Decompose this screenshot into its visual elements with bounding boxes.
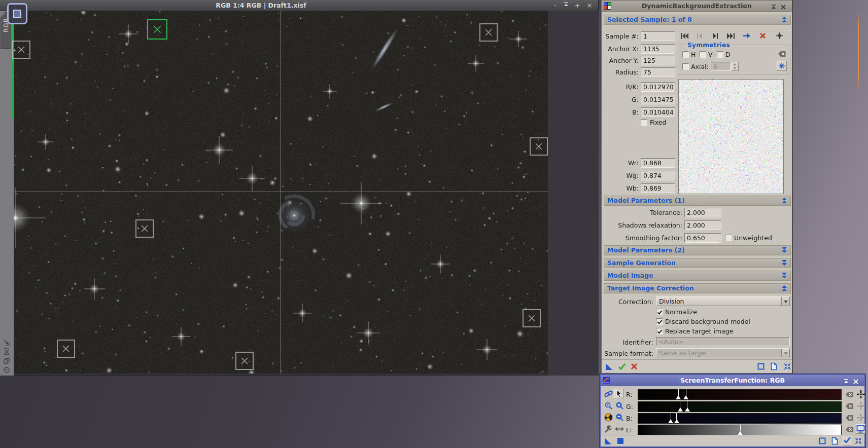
symmetry-h-checkbox[interactable] (682, 51, 689, 58)
track-b-icon[interactable] (857, 414, 865, 422)
rk-field[interactable]: 0.012970 (641, 82, 675, 92)
track-r-icon[interactable] (857, 390, 865, 398)
replace-target-checkbox[interactable] (656, 328, 663, 334)
wr-field[interactable]: 0.868 (641, 158, 675, 168)
zoom-window-button[interactable]: + (573, 2, 582, 10)
close-window-button[interactable]: × (585, 2, 594, 10)
section-header-target-image-correction[interactable]: Target Image Correction (604, 283, 791, 293)
axial-spinner[interactable] (731, 62, 739, 71)
stf-reset-button[interactable] (831, 437, 838, 445)
unweighted-checkbox[interactable] (725, 235, 732, 241)
anchor-x-field[interactable]: 1135 (641, 44, 675, 54)
track-g-icon[interactable] (857, 402, 865, 410)
stf-marker-handle[interactable] (676, 395, 681, 399)
section-header-sample-generation[interactable]: Sample Generation (604, 258, 791, 268)
edit-mode-button[interactable] (614, 389, 624, 398)
wb-field[interactable]: 0.869 (641, 183, 675, 193)
delete-sample-button[interactable] (759, 32, 766, 39)
clear-l-icon[interactable] (845, 426, 854, 433)
stf-new-instance-button[interactable] (605, 438, 611, 444)
clear-g-icon[interactable] (845, 403, 854, 409)
section-header-model-parameters-1[interactable]: Model Parameters (1) (604, 196, 791, 206)
apply-symmetries-button[interactable] (777, 61, 787, 71)
cancel-button[interactable] (631, 363, 638, 370)
dbe-titlebar[interactable]: DynamicBackgroundExtraction (602, 1, 792, 12)
dropdown-arrow-icon[interactable] (781, 297, 789, 306)
new-instance-button[interactable] (606, 363, 612, 370)
stf-titlebar[interactable]: ScreenTransferFunction: RGB (601, 375, 864, 386)
symmetry-v-checkbox[interactable] (700, 51, 706, 58)
horizontal-expand-icon[interactable] (615, 426, 624, 432)
normalize-checkbox[interactable] (656, 309, 663, 315)
zoom-to-fit-icon[interactable] (3, 339, 11, 347)
zoom-track-icon[interactable] (604, 401, 613, 410)
sample-preview[interactable] (678, 79, 784, 194)
stf-marker-handle[interactable] (668, 419, 673, 423)
goto-sample-button[interactable] (743, 32, 751, 40)
correction-combo[interactable]: Division (656, 296, 790, 306)
stf-marker-handle[interactable] (683, 395, 688, 399)
axial-count-field[interactable]: 6 (711, 62, 731, 71)
g-field[interactable]: 0.013475 (641, 95, 675, 104)
stf-realtime-button[interactable] (819, 437, 826, 444)
dbe-close-button[interactable] (780, 3, 788, 10)
shade-button[interactable] (562, 2, 571, 10)
last-sample-button[interactable] (726, 32, 735, 40)
radius-field[interactable]: 75 (641, 67, 675, 77)
section-header-model-image[interactable]: Model Image (604, 271, 791, 281)
axial-checkbox[interactable] (682, 63, 689, 70)
reset-button[interactable] (771, 362, 777, 370)
clear-symmetries-icon[interactable] (778, 51, 786, 57)
collapse-panel-button[interactable] (784, 363, 791, 370)
dbe-panel: DynamicBackgroundExtraction Selected Sam… (601, 0, 792, 374)
screen-display-button[interactable] (856, 424, 865, 434)
clone-window-icon[interactable] (3, 357, 11, 365)
section-header-model-parameters-2[interactable]: Model Parameters (2) (604, 245, 791, 255)
stf-strip-r[interactable] (638, 389, 842, 400)
stf-close-button[interactable] (853, 377, 861, 384)
stf-strip-b[interactable] (638, 413, 842, 424)
minimize-button[interactable]: – (550, 2, 560, 10)
stf-strip-g[interactable] (638, 401, 842, 412)
previous-sample-button[interactable] (696, 32, 703, 40)
link-rgb-icon[interactable] (604, 390, 613, 398)
symmetry-d-checkbox[interactable] (717, 51, 723, 58)
track-sample-icon[interactable] (776, 32, 783, 40)
center-target-icon[interactable] (3, 366, 11, 374)
dbe-shade-button[interactable] (771, 3, 779, 10)
auto-stretch-icon[interactable] (604, 413, 613, 422)
first-sample-button[interactable] (680, 32, 689, 40)
zoom-in-icon[interactable] (615, 401, 624, 410)
fit-view-icon[interactable] (3, 348, 11, 356)
tolerance-field[interactable]: 2.000 (684, 208, 721, 217)
workspace-selector-icon[interactable] (7, 3, 27, 24)
execute-button[interactable] (618, 363, 626, 370)
zoom-out-icon[interactable] (615, 413, 624, 422)
fixed-checkbox[interactable] (641, 119, 647, 126)
discard-background-checkbox[interactable] (656, 318, 663, 325)
stf-marker-handle[interactable] (738, 431, 743, 435)
anchor-y-field[interactable]: 125 (641, 56, 675, 65)
stf-stop-button[interactable] (617, 438, 623, 444)
smoothing-factor-field[interactable]: 0.650 (684, 233, 721, 243)
wg-field[interactable]: 0.874 (641, 171, 675, 180)
edit-stf-icon[interactable] (604, 425, 613, 433)
stf-marker-handle[interactable] (685, 407, 690, 412)
image-window-titlebar[interactable]: RGB 1:4 RGB | Draft1.xisf – + × (0, 0, 598, 11)
stf-marker-handle[interactable] (678, 407, 683, 412)
sample-format-combo[interactable]: Same as target (656, 348, 790, 357)
section-header-selected-sample[interactable]: Selected Sample: 1 of 8 (604, 15, 791, 25)
b-field[interactable]: 0.010404 (641, 107, 675, 117)
stf-shade-button[interactable] (843, 377, 851, 384)
realtime-preview-button[interactable] (757, 363, 765, 370)
stf-marker-handle[interactable] (674, 419, 679, 423)
sample-number-field[interactable]: 1 (641, 31, 675, 41)
identifier-field[interactable]: <Auto> (656, 337, 790, 346)
shadows-relaxation-field[interactable]: 2.000 (684, 220, 721, 230)
clear-b-icon[interactable] (845, 415, 854, 421)
clear-r-icon[interactable] (845, 391, 854, 398)
stf-enabled-button[interactable] (843, 436, 852, 445)
stf-collapse-button[interactable] (855, 437, 862, 444)
next-sample-button[interactable] (712, 32, 719, 40)
stf-strip-l[interactable] (638, 425, 842, 435)
